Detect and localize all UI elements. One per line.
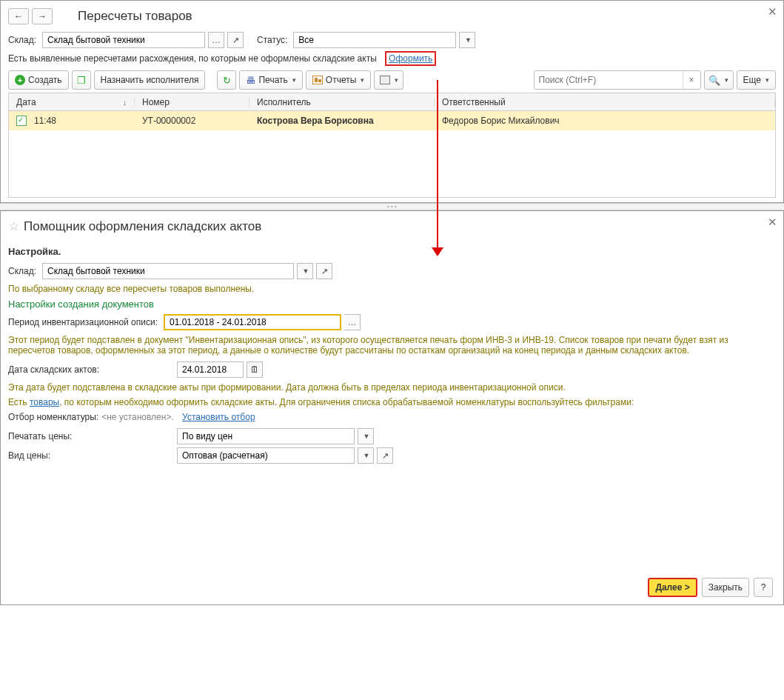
- doc-settings-heading: Настройки создания документов: [8, 299, 776, 310]
- print-prices-dropdown-button[interactable]: ▼: [358, 428, 374, 444]
- period-help: Этот период будет подставлен в документ …: [8, 335, 776, 356]
- filter-search-button[interactable]: 🔍 ▾: [704, 70, 734, 90]
- discrepancy-info: Есть выявленные пересчетами расхождения,…: [8, 53, 377, 64]
- cell-number: УТ-00000002: [135, 116, 249, 126]
- page-title: Помощник оформления складских актов: [24, 219, 261, 234]
- report-icon: [312, 76, 323, 84]
- col-executor[interactable]: Исполнитель: [249, 97, 435, 107]
- act-date-field[interactable]: [177, 361, 244, 378]
- act-date-help: Эта дата будет подставлена в складские а…: [8, 382, 776, 393]
- oformit-link[interactable]: Оформить: [385, 51, 436, 66]
- print-prices-input[interactable]: [181, 430, 351, 443]
- cell-time: 11:48: [34, 116, 56, 126]
- price-type-label: Вид цены:: [8, 450, 171, 461]
- act-date-input[interactable]: [181, 363, 240, 376]
- calendar-button[interactable]: 🗓: [247, 361, 263, 378]
- price-type-open-button[interactable]: ↗: [377, 447, 393, 464]
- status-input[interactable]: [297, 33, 452, 47]
- table-row[interactable]: 11:48 УТ-00000002 Кострова Вера Борисовн…: [9, 111, 775, 130]
- process-icon: [380, 76, 390, 84]
- refresh-button[interactable]: ↻: [217, 70, 236, 90]
- search-box[interactable]: ×: [534, 70, 701, 90]
- filter-label: Отбор номенклатуры:: [8, 412, 98, 422]
- search-icon: 🔍: [708, 75, 720, 86]
- search-input[interactable]: [535, 75, 683, 85]
- cell-responsible: Федоров Борис Михайлович: [435, 116, 775, 126]
- copy-button[interactable]: ❐: [72, 70, 91, 90]
- warehouse-choose-button[interactable]: …: [208, 32, 224, 48]
- period-input[interactable]: [168, 316, 337, 329]
- price-type-field[interactable]: [177, 447, 355, 464]
- calendar-icon: 🗓: [250, 364, 259, 375]
- warehouse-input[interactable]: [46, 264, 290, 278]
- col-date[interactable]: Дата ↓: [9, 97, 135, 107]
- status-dropdown-button[interactable]: ▼: [459, 32, 475, 48]
- reports-button[interactable]: Отчеты ▾: [306, 70, 371, 90]
- nav-back-button[interactable]: ←: [8, 8, 29, 24]
- act-date-label: Дата складских актов:: [8, 364, 171, 375]
- status-message: По выбранному складу все пересчеты товар…: [8, 284, 776, 294]
- filter-value: <не установлен>.: [101, 412, 174, 422]
- create-button[interactable]: + Создать: [8, 70, 69, 90]
- refresh-icon: ↻: [223, 75, 231, 86]
- print-prices-label: Печатать цены:: [8, 431, 171, 441]
- settings-heading: Настройка.: [8, 246, 776, 257]
- next-button[interactable]: Далее >: [648, 578, 697, 597]
- document-icon: [16, 116, 27, 126]
- more-button[interactable]: Еще ▾: [737, 70, 776, 90]
- warehouse-label: Склад:: [8, 266, 36, 276]
- nav-forward-button[interactable]: →: [32, 8, 53, 24]
- splitter[interactable]: • • •: [0, 203, 784, 210]
- price-type-input[interactable]: [181, 449, 351, 462]
- assign-executor-button[interactable]: Назначить исполнителя: [94, 70, 206, 90]
- table-empty-space: [9, 130, 775, 197]
- warehouse-dropdown-button[interactable]: ▼: [297, 263, 313, 279]
- page-title: Пересчеты товаров: [78, 9, 192, 24]
- goods-text-suffix: , по которым необходимо оформить складск…: [59, 397, 634, 407]
- help-button[interactable]: ?: [754, 578, 773, 597]
- warehouse-field[interactable]: [42, 263, 294, 279]
- table-header: Дата ↓ Номер Исполнитель Ответственный: [9, 93, 775, 111]
- process-button[interactable]: ▾: [374, 70, 403, 90]
- price-type-dropdown-button[interactable]: ▼: [358, 447, 374, 464]
- warehouse-open-button[interactable]: ↗: [316, 263, 332, 279]
- recount-table: Дата ↓ Номер Исполнитель Ответственный 1…: [8, 93, 776, 198]
- warehouse-open-button[interactable]: ↗: [227, 32, 244, 48]
- print-icon: 🖶: [246, 75, 255, 86]
- search-clear-button[interactable]: ×: [683, 71, 700, 89]
- close-icon[interactable]: ✕: [768, 5, 777, 19]
- close-icon[interactable]: ✕: [768, 216, 777, 229]
- favorite-icon[interactable]: ☆: [8, 219, 19, 234]
- status-field[interactable]: [293, 32, 456, 48]
- col-number[interactable]: Номер: [135, 97, 249, 107]
- status-label: Статус:: [257, 35, 287, 45]
- annotation-arrow: [437, 80, 438, 252]
- plus-icon: +: [15, 75, 25, 85]
- goods-text-prefix: Есть: [8, 397, 30, 407]
- print-prices-field[interactable]: [177, 428, 355, 444]
- print-button[interactable]: 🖶 Печать ▾: [239, 70, 302, 90]
- annotation-arrow-head: [432, 247, 443, 256]
- sort-desc-icon: ↓: [123, 98, 127, 107]
- goods-link[interactable]: товары: [30, 397, 59, 407]
- period-label: Период инвентаризационной описи:: [8, 317, 158, 327]
- copy-icon: ❐: [77, 75, 86, 86]
- col-responsible[interactable]: Ответственный: [435, 97, 775, 107]
- warehouse-input[interactable]: [46, 33, 201, 47]
- warehouse-label: Склад:: [8, 35, 36, 45]
- period-choose-button[interactable]: …: [344, 314, 361, 330]
- set-filter-link[interactable]: Установить отбор: [182, 412, 255, 422]
- cell-executor: Кострова Вера Борисовна: [249, 116, 435, 126]
- warehouse-field[interactable]: [42, 32, 205, 48]
- period-field[interactable]: [164, 314, 341, 330]
- close-button[interactable]: Закрыть: [702, 578, 749, 597]
